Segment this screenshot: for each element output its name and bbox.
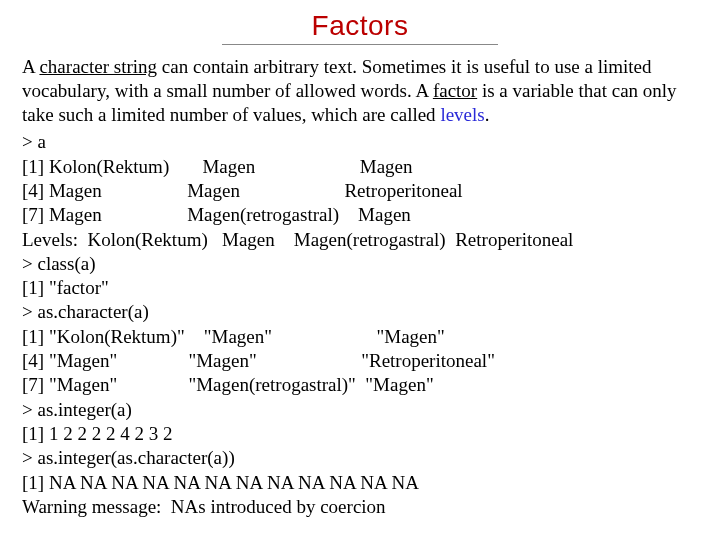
code-line: [1] Kolon(Rektum) Magen Magen — [22, 155, 698, 179]
code-line: [4] Magen Magen Retroperitoneal — [22, 179, 698, 203]
code-line: [7] Magen Magen(retrogastral) Magen — [22, 203, 698, 227]
code-line: [4] "Magen" "Magen" "Retroperitoneal" — [22, 349, 698, 373]
intro-paragraph: A character string can contain arbitrary… — [22, 55, 698, 126]
code-line: Warning message: NAs introduced by coerc… — [22, 495, 698, 519]
term-levels: levels — [440, 104, 484, 125]
slide: Factors A character string can contain a… — [0, 0, 720, 540]
code-line: [1] "Kolon(Rektum)" "Magen" "Magen" — [22, 325, 698, 349]
code-line: > as.integer(as.character(a)) — [22, 446, 698, 470]
code-line: > as.integer(a) — [22, 398, 698, 422]
term-character-string: character string — [39, 56, 157, 77]
code-line: [7] "Magen" "Magen(retrogastral)" "Magen… — [22, 373, 698, 397]
code-line: [1] NA NA NA NA NA NA NA NA NA NA NA NA — [22, 471, 698, 495]
code-line: > a — [22, 130, 698, 154]
slide-body: A character string can contain arbitrary… — [22, 55, 698, 519]
title-wrap: Factors — [22, 8, 698, 45]
slide-title: Factors — [222, 8, 499, 45]
code-line: Levels: Kolon(Rektum) Magen Magen(retrog… — [22, 228, 698, 252]
code-line: [1] "factor" — [22, 276, 698, 300]
code-line: > as.character(a) — [22, 300, 698, 324]
code-line: > class(a) — [22, 252, 698, 276]
code-line: [1] 1 2 2 2 2 4 2 3 2 — [22, 422, 698, 446]
para-seg7: . — [485, 104, 490, 125]
code-block: > a[1] Kolon(Rektum) Magen Magen[4] Mage… — [22, 130, 698, 519]
term-factor: factor — [433, 80, 477, 101]
para-seg1: A — [22, 56, 39, 77]
